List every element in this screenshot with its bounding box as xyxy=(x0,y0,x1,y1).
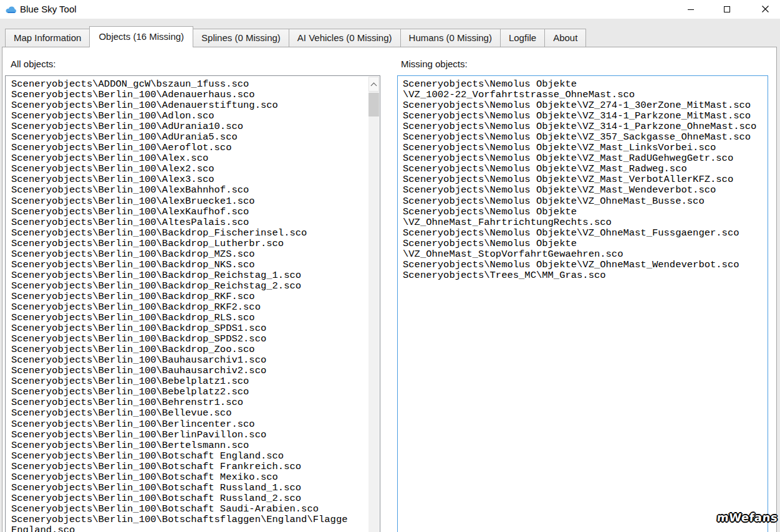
list-item[interactable]: Sceneryobjects\Berlin_100\BerlinPavillon… xyxy=(11,430,368,440)
list-item[interactable]: Sceneryobjects\Berlin_100\Berlincenter.s… xyxy=(11,419,368,430)
list-item[interactable]: Sceneryobjects\Nemolus Objekte xyxy=(403,239,767,249)
list-item[interactable]: Sceneryobjects\Berlin_100\Botschaftsflag… xyxy=(11,515,368,525)
tab-map-information[interactable]: Map Information xyxy=(5,29,90,47)
list-item[interactable]: Sceneryobjects\Nemolus Objekte xyxy=(403,207,767,217)
list-item[interactable]: Sceneryobjects\Berlin_100\Bertelsmann.sc… xyxy=(11,440,368,451)
all-objects-list: Sceneryobjects\ADDON_gcW\bszaun_1fuss.sc… xyxy=(6,77,368,532)
list-item[interactable]: Sceneryobjects\Berlin_100\AlexKaufhof.sc… xyxy=(11,207,368,217)
minimize-icon xyxy=(688,9,694,10)
scrollbar-thumb[interactable] xyxy=(368,93,379,116)
list-item[interactable]: Sceneryobjects\Berlin_100\AltesPalais.sc… xyxy=(11,217,368,228)
list-item[interactable]: \VZ_OhneMast_StopVorfahrtGewaehren.sco xyxy=(403,249,767,260)
list-item[interactable]: Sceneryobjects\Berlin_100\Backdrop_MZS.s… xyxy=(11,249,368,260)
list-item[interactable]: Sceneryobjects\Berlin_100\Backdrop_NKS.s… xyxy=(11,260,368,270)
tab-about[interactable]: About xyxy=(544,29,586,47)
list-item[interactable]: Sceneryobjects\Nemolus Objekte\VZ_OhneMa… xyxy=(403,196,767,207)
list-item[interactable]: Sceneryobjects\Trees_MC\MM_Gras.sco xyxy=(403,270,767,281)
list-item[interactable]: Sceneryobjects\Berlin_100\Backdrop_SPDS2… xyxy=(11,334,368,344)
list-item[interactable]: Sceneryobjects\Berlin_100\Backdrop_Luthe… xyxy=(11,239,368,249)
list-item[interactable]: Sceneryobjects\Berlin_100\Adenauerstiftu… xyxy=(11,100,368,111)
tab-label: Humans (0 Missing) xyxy=(409,32,492,43)
list-item[interactable]: Sceneryobjects\Berlin_100\Botschaft Saud… xyxy=(11,504,368,515)
list-item[interactable]: Sceneryobjects\Berlin_100\Backdrop_SPDS1… xyxy=(11,323,368,334)
list-item[interactable]: Sceneryobjects\Nemolus Objekte\VZ_357_Sa… xyxy=(403,132,767,143)
list-item[interactable]: \VZ_OhneMast_FahrtrichtungRechts.sco xyxy=(403,217,767,228)
list-item[interactable]: Sceneryobjects\Berlin_100\Backdrop_Reich… xyxy=(11,270,368,281)
list-item[interactable]: Sceneryobjects\Berlin_100\Backdrop_Zoo.s… xyxy=(11,344,368,355)
list-item[interactable]: Sceneryobjects\Berlin_100\Alex2.sco xyxy=(11,164,368,174)
list-item[interactable]: Sceneryobjects\Berlin_100\Botschaft Russ… xyxy=(11,493,368,504)
cloud-icon xyxy=(6,5,17,13)
all-objects-listbox[interactable]: Sceneryobjects\ADDON_gcW\bszaun_1fuss.sc… xyxy=(5,75,380,532)
list-item[interactable]: Sceneryobjects\Berlin_100\Botschaft Russ… xyxy=(11,483,368,493)
list-item[interactable]: Sceneryobjects\Nemolus Objekte\VZ_OhneMa… xyxy=(403,260,767,270)
list-item[interactable]: Sceneryobjects\Nemolus Objekte\VZ_OhneMa… xyxy=(403,228,767,239)
chevron-up-icon xyxy=(371,83,377,89)
list-item[interactable]: Sceneryobjects\Nemolus Objekte\VZ_274-1_… xyxy=(403,100,767,111)
tab-logfile[interactable]: Logfile xyxy=(500,29,545,47)
all-objects-label: All objects: xyxy=(11,59,56,69)
list-item[interactable]: Sceneryobjects\Berlin_100\Backdrop_Reich… xyxy=(11,281,368,292)
list-item[interactable]: Sceneryobjects\Berlin_100\Adlon.sco xyxy=(11,111,368,121)
list-item[interactable]: Sceneryobjects\Berlin_100\Adenauerhaus.s… xyxy=(11,90,368,100)
missing-objects-list: Sceneryobjects\Nemolus Objekte\VZ_1002-2… xyxy=(398,77,767,532)
list-item[interactable]: Sceneryobjects\Berlin_100\Botschaft Mexi… xyxy=(11,472,368,483)
list-item[interactable]: Sceneryobjects\Berlin_100\Aeroflot.sco xyxy=(11,143,368,153)
missing-objects-label: Missing objects: xyxy=(401,59,468,69)
list-item[interactable]: Sceneryobjects\Berlin_100\Bebelplatz1.sc… xyxy=(11,376,368,387)
maximize-button[interactable] xyxy=(713,0,741,19)
tab-ai-vehicles[interactable]: AI Vehicles (0 Missing) xyxy=(289,29,401,47)
tab-label: Objects (16 Missing) xyxy=(99,31,184,42)
tab-strip: Map Information Objects (16 Missing) Spl… xyxy=(5,19,585,47)
tab-objects[interactable]: Objects (16 Missing) xyxy=(89,26,193,47)
maximize-icon xyxy=(724,6,730,12)
list-item[interactable]: Sceneryobjects\Berlin_100\Botschaft Fran… xyxy=(11,462,368,472)
list-item[interactable]: Sceneryobjects\Nemolus Objekte\VZ_Mast_W… xyxy=(403,185,767,196)
window-title: Blue Sky Tool xyxy=(20,4,77,14)
watermark: mWefans xyxy=(716,511,778,524)
list-item[interactable]: Sceneryobjects\Berlin_100\Bauhausarchiv1… xyxy=(11,355,368,366)
tab-label: Logfile xyxy=(509,32,536,43)
list-item[interactable]: Sceneryobjects\Berlin_100\Bellevue.sco xyxy=(11,408,368,419)
scroll-up-button[interactable] xyxy=(368,77,379,92)
list-item[interactable]: Sceneryobjects\ADDON_gcW\bszaun_1fuss.sc… xyxy=(11,79,368,90)
list-item[interactable]: Sceneryobjects\Berlin_100\Alex.sco xyxy=(11,153,368,164)
list-item[interactable]: \VZ_1002-22_Vorfahrtstrasse_OhneMast.sco xyxy=(403,90,767,100)
list-item[interactable]: Sceneryobjects\Nemolus Objekte\VZ_314-1_… xyxy=(403,111,767,121)
list-item[interactable]: Sceneryobjects\Berlin_100\Backdrop_Fisch… xyxy=(11,228,368,239)
list-item[interactable]: Sceneryobjects\Berlin_100\Botschaft Engl… xyxy=(11,451,368,462)
missing-objects-listbox[interactable]: Sceneryobjects\Nemolus Objekte\VZ_1002-2… xyxy=(397,75,768,532)
close-button[interactable] xyxy=(751,0,779,19)
list-item[interactable]: Sceneryobjects\Berlin_100\Behrenstr1.sco xyxy=(11,397,368,408)
close-icon xyxy=(762,4,769,15)
tab-label: AI Vehicles (0 Missing) xyxy=(297,32,392,43)
vertical-scrollbar[interactable] xyxy=(368,77,379,532)
list-item[interactable]: Sceneryobjects\Berlin_100\AdUrania5.sco xyxy=(11,132,368,143)
list-item[interactable]: Sceneryobjects\Berlin_100\AlexBahnhof.sc… xyxy=(11,185,368,196)
list-item[interactable]: Sceneryobjects\Berlin_100\Bebelplatz2.sc… xyxy=(11,387,368,397)
tab-label: About xyxy=(553,32,577,43)
list-item[interactable]: Sceneryobjects\Berlin_100\AlexBruecke1.s… xyxy=(11,196,368,207)
list-item[interactable]: Sceneryobjects\Berlin_100\Backdrop_RKF2.… xyxy=(11,302,368,313)
list-item[interactable]: Sceneryobjects\Nemolus Objekte\VZ_Mast_R… xyxy=(403,164,767,174)
list-item[interactable]: Sceneryobjects\Nemolus Objekte\VZ_Mast_L… xyxy=(403,143,767,153)
list-item[interactable]: England.sco xyxy=(11,525,368,532)
list-item[interactable]: Sceneryobjects\Nemolus Objekte\VZ_Mast_V… xyxy=(403,174,767,185)
minimize-button[interactable] xyxy=(676,0,705,19)
list-item[interactable]: Sceneryobjects\Nemolus Objekte xyxy=(403,79,767,90)
tab-label: Map Information xyxy=(14,32,81,43)
list-item[interactable]: Sceneryobjects\Berlin_100\Backdrop_RLS.s… xyxy=(11,313,368,323)
list-item[interactable]: Sceneryobjects\Nemolus Objekte\VZ_Mast_R… xyxy=(403,153,767,164)
list-item[interactable]: Sceneryobjects\Berlin_100\Bauhausarchiv2… xyxy=(11,366,368,376)
title-bar: Blue Sky Tool xyxy=(0,0,780,19)
tab-humans[interactable]: Humans (0 Missing) xyxy=(400,29,501,47)
list-item[interactable]: Sceneryobjects\Berlin_100\Backdrop_RKF.s… xyxy=(11,292,368,302)
tab-label: Splines (0 Missing) xyxy=(201,32,281,43)
tab-splines[interactable]: Splines (0 Missing) xyxy=(193,29,289,47)
list-item[interactable]: Sceneryobjects\Berlin_100\Alex3.sco xyxy=(11,174,368,185)
list-item[interactable]: Sceneryobjects\Nemolus Objekte\VZ_314-1_… xyxy=(403,121,767,132)
list-item[interactable]: Sceneryobjects\Berlin_100\AdUrania10.sco xyxy=(11,121,368,132)
